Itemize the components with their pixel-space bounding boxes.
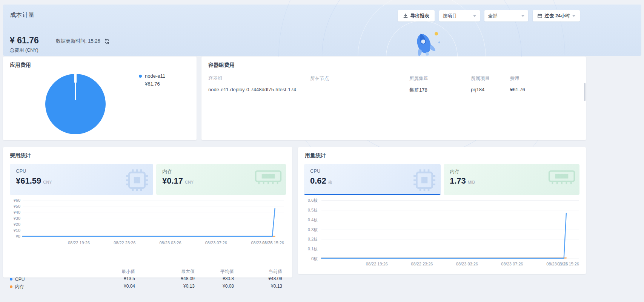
app-cost-panel: 应用费用 node-e11 ¥61.76 [3, 57, 197, 140]
usage-cpu-value: 0.62 [310, 176, 326, 185]
x-tick: 08/22 19:26 [68, 241, 90, 245]
time-range-select[interactable]: 过去 24小时 [533, 10, 580, 21]
stat-col-min: 最小值 [91, 268, 135, 275]
usage-stats-panel: 用量统计 CPU 0.62核 内存 1.73MiB [298, 147, 586, 274]
cpu-min: ¥13.5 [91, 276, 135, 282]
export-report-button[interactable]: 导出报表 [398, 10, 435, 21]
refresh-icon[interactable] [104, 38, 110, 44]
cost-cpu-label: CPU [16, 168, 26, 174]
total-cost-value: ¥ 61.76 [10, 35, 39, 46]
y-tick: ¥0 [3, 234, 20, 239]
mem-max: ¥0.13 [135, 284, 195, 290]
cost-mem-label: 内存 [162, 168, 172, 175]
mem-avg: ¥0.08 [195, 284, 234, 290]
cost-stats-title: 费用统计 [10, 152, 31, 159]
x-tick: 08/23 07:26 [205, 241, 227, 245]
cpu-cur: ¥48.09 [234, 276, 282, 282]
scrollbar-thumb[interactable] [584, 83, 586, 101]
y-tick: ¥30 [3, 216, 20, 221]
total-cost-label: 总费用 (CNY) [10, 47, 38, 54]
cpu-avg: ¥30.8 [195, 276, 234, 282]
stat-col-avg: 平均值 [195, 268, 234, 275]
memory-icon [548, 168, 576, 187]
y-tick: 0核 [300, 256, 318, 262]
x-tick: 08/23 07:26 [501, 262, 523, 266]
usage-line-chart [321, 200, 579, 259]
x-tick: 08/23 15:26 [262, 241, 284, 245]
col-header-cluster: 所属集群 [409, 75, 428, 82]
usage-mem-unit: MiB [468, 180, 475, 184]
legend-dot [10, 285, 12, 288]
x-tick: 08/23 15:26 [557, 262, 579, 266]
x-tick: 08/22 23:26 [114, 241, 135, 245]
memory-icon [254, 168, 282, 187]
legend-value: ¥61.76 [145, 81, 165, 87]
y-tick: 0.5核 [300, 207, 318, 213]
y-tick: 0.3核 [300, 227, 318, 233]
usage-cpu-label: CPU [310, 168, 320, 174]
stat-col-cur: 当前值 [234, 268, 282, 275]
x-tick: 08/23 03:26 [159, 241, 181, 245]
usage-cpu-unit: 核 [328, 180, 332, 184]
stat-col-max: 最大值 [135, 268, 195, 275]
usage-x-axis: 08/22 19:26 08/22 23:26 08/23 03:26 08/2… [321, 262, 579, 267]
col-header-node: 所在节点 [310, 75, 329, 82]
app-cost-pie [45, 74, 106, 134]
col-header-pod: 容器组 [208, 75, 223, 82]
cost-mem-card[interactable]: 内存 ¥0.17CNY [156, 164, 286, 195]
cpu-max: ¥48.09 [135, 276, 195, 282]
cell-pod-name: node-e11-deploy-0-7448ddf75-h287… [208, 87, 278, 92]
usage-cpu-card[interactable]: CPU 0.62核 [304, 164, 441, 195]
cpu-chip-icon [412, 168, 437, 193]
chevron-down-icon [473, 15, 476, 17]
filter-value: 全部 [488, 13, 498, 19]
x-tick: 08/23 03:26 [456, 262, 478, 266]
group-by-value: 按项目 [443, 13, 457, 19]
cost-stats-table: 最小值 最大值 平均值 当前值 CPU ¥13.5 ¥48.09 ¥30.8 ¥… [10, 268, 282, 290]
filter-select[interactable]: 全部 [484, 10, 528, 21]
y-tick: ¥60 [3, 198, 20, 202]
cost-mem-value: ¥0.17 [162, 176, 183, 185]
cell-cost: ¥61.76 [510, 87, 525, 92]
download-icon [403, 13, 408, 18]
app-cost-legend[interactable]: node-e11 ¥61.76 [139, 73, 165, 87]
y-tick: 0.6核 [300, 198, 318, 203]
x-tick: 08/22 23:26 [411, 262, 433, 266]
usage-mem-label: 内存 [450, 168, 460, 175]
pod-cost-title: 容器组费用 [208, 62, 235, 69]
usage-stats-title: 用量统计 [305, 152, 326, 159]
time-range-value: 过去 24小时 [545, 13, 570, 19]
legend-name: node-e11 [145, 73, 165, 79]
cost-x-axis: 08/22 19:26 08/22 23:26 08/23 03:26 08/2… [23, 241, 284, 246]
app-cost-title: 应用费用 [10, 62, 31, 69]
x-tick: 08/22 19:26 [366, 262, 388, 266]
group-by-select[interactable]: 按项目 [439, 10, 480, 21]
cost-stats-panel: 费用统计 CPU ¥61.59CNY 内存 ¥0.17CNY [3, 147, 292, 277]
legend-dot [10, 278, 12, 281]
y-tick: ¥20 [3, 222, 20, 227]
cost-metering-page: 成本计量 ¥ 61.76 总费用 (CNY) 数据更新时间: 15:26 导出报… [0, 0, 644, 302]
y-tick: 0.2核 [300, 236, 318, 242]
update-time-text: 数据更新时间: 15:26 [56, 38, 100, 44]
chevron-down-icon [521, 15, 524, 17]
mem-min: ¥0.04 [91, 284, 135, 290]
series-cpu-legend[interactable]: CPU [10, 276, 91, 282]
calendar-icon [537, 13, 543, 18]
col-header-cost: 费用 [510, 75, 520, 82]
y-tick: ¥40 [3, 210, 20, 215]
cell-node: test-174 [278, 87, 296, 92]
col-header-project: 所属项目 [471, 75, 490, 82]
pod-cost-panel: 容器组费用 容器组 所在节点 所属集群 所属项目 费用 node-e11-dep… [201, 57, 586, 140]
legend-dot [139, 75, 142, 78]
series-mem-legend[interactable]: 内存 [10, 284, 91, 290]
y-tick: 0.1核 [300, 246, 318, 252]
cost-cpu-unit: CNY [43, 180, 52, 184]
page-title: 成本计量 [10, 11, 35, 19]
y-tick: ¥50 [3, 204, 20, 208]
cell-project: prj184 [471, 87, 484, 92]
usage-mem-card[interactable]: 内存 1.73MiB [444, 164, 579, 195]
cost-cpu-card[interactable]: CPU ¥61.59CNY [10, 164, 153, 195]
cost-cpu-value: ¥61.59 [16, 176, 41, 185]
cell-cluster: 集群178 [409, 87, 427, 94]
y-tick: 0.4核 [300, 217, 318, 223]
